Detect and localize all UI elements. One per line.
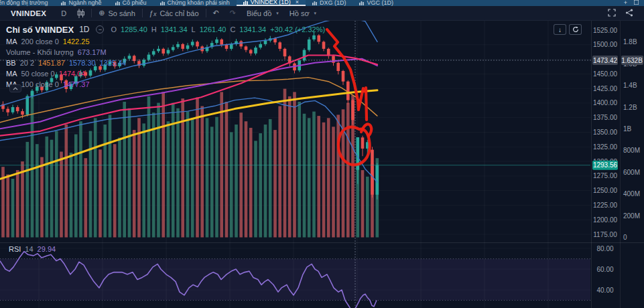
rsi-pane [0, 252, 591, 308]
candle [342, 70, 345, 85]
price-tick: 1425.00 [593, 85, 618, 92]
volume-bar [254, 141, 257, 237]
volume-tick: 1.2B [623, 104, 637, 111]
price-tick: 1400.00 [593, 99, 618, 106]
volume-bar [200, 106, 204, 238]
chart-menu-label: Biểu đồ [247, 9, 271, 17]
candle [167, 48, 170, 55]
candle [46, 80, 49, 92]
chart-icon [61, 1, 66, 5]
layout-icon[interactable] [634, 0, 639, 6]
volume-bar [278, 106, 281, 238]
tab-vgc[interactable]: VGC (1D) [352, 0, 400, 6]
chart-canvas[interactable]: 1525.001500.001450.001425.001400.001375.… [0, 21, 644, 308]
candle [336, 62, 340, 74]
candle [245, 46, 248, 52]
candle [55, 72, 58, 80]
indicators-button[interactable]: ƒx Các chỉ báo [144, 6, 204, 21]
profile-menu-label: Hồ sơ [289, 9, 310, 17]
trading-app-window: ến động thị trường Ngành nghề Cổ phiếu C… [0, 0, 644, 308]
candle [181, 43, 184, 51]
volume-bar [327, 118, 330, 237]
crosshair-price-label: 1473.42 [592, 56, 618, 65]
candle [308, 37, 311, 52]
volume-bar [336, 114, 340, 237]
volume-bar [312, 112, 316, 238]
chart-style-button[interactable] [72, 6, 90, 21]
undo-button[interactable]: ↶ [208, 6, 224, 21]
candle [162, 48, 165, 56]
indicators-label: Các chỉ báo [159, 9, 198, 17]
candle [50, 76, 54, 84]
candle [239, 40, 243, 49]
volume-bar [142, 123, 145, 237]
volume-tick: 0 [623, 234, 627, 241]
annotation-stroke[interactable] [366, 88, 367, 120]
candle [283, 48, 287, 60]
volume-bar [113, 144, 117, 237]
compare-button[interactable]: ⊕ So sánh [93, 6, 141, 21]
scroll-to-recent-button[interactable]: ↓ [554, 24, 566, 35]
volume-bar [322, 123, 326, 238]
candle [176, 42, 180, 49]
svg-text:1293.56: 1293.56 [593, 161, 618, 169]
fullscreen-icon[interactable] [608, 9, 616, 18]
candle [361, 136, 365, 157]
volume-bar [152, 112, 155, 237]
share-icon[interactable] [625, 9, 633, 18]
rsi-tick: 60.00 [596, 266, 613, 273]
candle [70, 82, 73, 91]
volume-bar [245, 121, 248, 237]
volume-bar [46, 137, 49, 238]
volume-bar [176, 108, 180, 238]
volume-tick: 1.8B [623, 38, 637, 46]
candle [220, 38, 223, 47]
volume-bar [269, 119, 272, 238]
chart-menu-button[interactable]: Biểu đồ ▾ [241, 6, 284, 21]
price-tick: 1200.00 [593, 216, 618, 224]
price-tick: 1350.00 [593, 129, 618, 136]
candle [89, 69, 92, 78]
volume-bar [273, 130, 277, 237]
volume-bar [50, 140, 54, 238]
add-tab-icon[interactable]: + [624, 0, 627, 6]
tab-label: VNINDEX (1D) [251, 0, 291, 5]
price-tick: 1450.00 [593, 70, 618, 78]
reset-chart-button[interactable] [569, 24, 582, 35]
volume-bar [239, 112, 243, 237]
volume-bar [317, 116, 320, 237]
price-tick: 1375.00 [593, 114, 618, 121]
candle [152, 49, 155, 56]
candle [215, 37, 218, 45]
candle [133, 55, 136, 64]
volume-bar [79, 121, 82, 237]
chart-icon [312, 1, 317, 5]
refresh-icon [572, 26, 579, 33]
price-tick: 1275.00 [593, 172, 618, 179]
candle [249, 49, 253, 56]
volume-bar [147, 96, 151, 238]
price-tick: 1225.00 [593, 202, 618, 209]
candlestick-icon [77, 9, 84, 18]
price-tick: 1175.00 [593, 231, 617, 238]
symbol-button[interactable]: VNINDEX [4, 9, 56, 17]
legend-collapse-button[interactable] [9, 84, 21, 92]
interval-button[interactable]: D [56, 6, 72, 21]
volume-bar [65, 125, 68, 238]
candle [317, 34, 320, 44]
volume-bar [283, 89, 287, 238]
volume-bar [259, 133, 262, 238]
circle-plus-icon: ⊕ [99, 9, 105, 17]
price-axis[interactable]: 1525.001500.001450.001425.001400.001375.… [593, 27, 618, 294]
candle [11, 105, 15, 114]
close-tab-icon[interactable]: × [296, 0, 299, 5]
candle [157, 46, 160, 54]
volume-axis[interactable]: 1.8B1.6B1.4B1.2B1B800M600M400M200M0 [623, 38, 640, 241]
volume-bar [128, 108, 131, 238]
volume-bar [346, 103, 350, 238]
candle [206, 45, 209, 53]
candle [288, 56, 292, 67]
profile-menu-button[interactable]: Hồ sơ ▾ [284, 6, 322, 21]
tab-market-movements[interactable]: ến động thị trường [0, 0, 54, 6]
redo-button[interactable]: ↷ [224, 6, 241, 21]
